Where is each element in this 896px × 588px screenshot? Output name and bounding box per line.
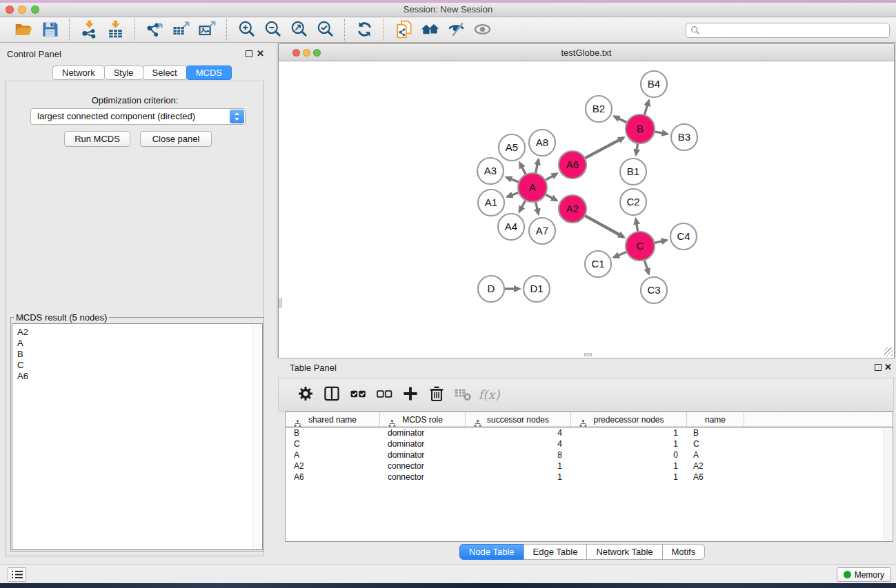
float-panel-icon[interactable] xyxy=(246,50,252,57)
node-A7[interactable]: A7 xyxy=(529,218,555,244)
mcds-result-item[interactable]: B xyxy=(17,349,262,360)
unselect-all-columns-button[interactable] xyxy=(371,383,397,407)
mcds-result-item[interactable]: C xyxy=(17,360,262,371)
network-zoom-button[interactable] xyxy=(313,49,321,57)
node-D1[interactable]: D1 xyxy=(524,276,550,302)
optimization-criterion-select[interactable]: largest connected component (directed) xyxy=(30,108,246,125)
tab-mcds[interactable]: MCDS xyxy=(186,65,232,80)
tab-motifs[interactable]: Motifs xyxy=(662,544,706,560)
network-window-titlebar[interactable]: testGlobe.txt xyxy=(279,44,894,61)
edge-C-C1[interactable] xyxy=(614,252,627,257)
edge-A-A1[interactable] xyxy=(507,192,519,196)
node-C[interactable]: C xyxy=(626,232,655,261)
node-C2[interactable]: C2 xyxy=(620,189,646,215)
edge-A-A8[interactable] xyxy=(535,159,538,173)
column-header-name[interactable]: name xyxy=(687,412,744,427)
node-A1[interactable]: A1 xyxy=(478,190,504,216)
edge-C-C4[interactable] xyxy=(654,240,666,243)
table-row[interactable]: Bdominator41B xyxy=(286,427,893,438)
status-menu-button[interactable] xyxy=(8,567,26,582)
edge-A-A4[interactable] xyxy=(519,200,526,212)
delete-column-button[interactable] xyxy=(424,383,450,407)
tab-node-table[interactable]: Node Table xyxy=(459,544,524,560)
column-header-shared-name[interactable]: shared name xyxy=(286,412,380,427)
delete-table-button[interactable] xyxy=(450,383,476,407)
edge-A-A5[interactable] xyxy=(519,163,526,174)
run-mcds-button[interactable]: Run MCDS xyxy=(64,131,130,147)
window-edge-handle[interactable] xyxy=(279,298,282,307)
edge-A-A2[interactable] xyxy=(546,194,557,201)
window-resize-grip[interactable] xyxy=(884,347,893,356)
mcds-result-item[interactable]: A2 xyxy=(17,327,262,338)
node-C1[interactable]: C1 xyxy=(585,251,611,277)
hide-graphics-details-button[interactable] xyxy=(443,19,469,41)
refresh-view-button[interactable] xyxy=(351,19,377,41)
network-close-button[interactable] xyxy=(292,49,300,57)
tab-network-table[interactable]: Network Table xyxy=(586,544,662,560)
fx-function-button[interactable]: f(x) xyxy=(476,383,502,407)
zoom-window-button[interactable] xyxy=(31,6,39,14)
import-network-button[interactable] xyxy=(76,19,102,41)
table-row[interactable]: Adominator80A xyxy=(286,449,893,460)
export-table-button[interactable] xyxy=(168,19,194,41)
node-C4[interactable]: C4 xyxy=(670,223,697,250)
tab-edge-table[interactable]: Edge Table xyxy=(524,544,588,560)
close-window-button[interactable] xyxy=(6,6,14,14)
edge-A-A6[interactable] xyxy=(545,174,557,181)
import-table-button[interactable] xyxy=(102,19,128,41)
node-C3[interactable]: C3 xyxy=(641,277,667,303)
close-panel-icon[interactable]: ✕ xyxy=(257,50,264,58)
search-input[interactable] xyxy=(686,23,890,38)
node-A6[interactable]: A6 xyxy=(559,151,586,179)
float-table-panel-icon[interactable] xyxy=(875,364,882,371)
node-B1[interactable]: B1 xyxy=(620,159,646,185)
window-edge-handle[interactable] xyxy=(584,353,592,356)
edge-B-B4[interactable] xyxy=(644,101,648,115)
table-row[interactable]: Cdominator41C xyxy=(286,438,893,449)
column-header-successor-nodes[interactable]: successor nodes xyxy=(466,412,571,427)
table-row[interactable]: A6connector11A6 xyxy=(286,472,893,483)
add-column-button[interactable] xyxy=(397,383,424,407)
node-A8[interactable]: A8 xyxy=(529,130,555,156)
node-A[interactable]: A xyxy=(518,173,547,202)
table-scrollbar[interactable] xyxy=(884,428,892,540)
save-session-button[interactable] xyxy=(37,19,63,41)
export-network-button[interactable] xyxy=(141,19,168,41)
edge-A-A3[interactable] xyxy=(506,177,519,182)
select-all-columns-button[interactable] xyxy=(345,383,371,407)
show-graphics-details-button[interactable] xyxy=(469,19,495,41)
node-A3[interactable]: A3 xyxy=(477,158,504,184)
edge-A-A7[interactable] xyxy=(536,201,539,214)
mcds-result-item[interactable]: A xyxy=(17,338,262,349)
network-canvas[interactable]: AA1A3A5A8A6A4A7A2BB2B4B3B1CC2C4C1C3DD1 xyxy=(279,62,894,358)
close-panel-button[interactable]: Close panel xyxy=(140,131,212,147)
edge-B-B1[interactable] xyxy=(636,143,638,155)
close-table-panel-icon[interactable]: ✕ xyxy=(884,363,892,372)
memory-button[interactable]: Memory xyxy=(837,567,891,582)
node-A4[interactable]: A4 xyxy=(498,214,524,240)
reset-home-button[interactable] xyxy=(417,19,443,41)
clone-network-button[interactable] xyxy=(390,19,417,41)
minimize-window-button[interactable] xyxy=(18,6,26,14)
edge-C-C2[interactable] xyxy=(636,219,638,232)
tab-network[interactable]: Network xyxy=(52,65,105,80)
zoom-out-button[interactable] xyxy=(259,19,286,41)
open-session-button[interactable] xyxy=(10,19,37,41)
edge-A6-B[interactable] xyxy=(585,138,624,159)
tab-select[interactable]: Select xyxy=(143,65,187,80)
node-A5[interactable]: A5 xyxy=(499,134,525,161)
network-minimize-button[interactable] xyxy=(303,49,310,57)
zoom-in-button[interactable] xyxy=(233,19,259,41)
column-header-predecessor-nodes[interactable]: predecessor nodes xyxy=(571,412,687,427)
zoom-selected-button[interactable] xyxy=(312,19,338,41)
node-B[interactable]: B xyxy=(626,114,655,143)
node-A2[interactable]: A2 xyxy=(559,195,586,223)
column-header-MCDS-role[interactable]: MCDS role xyxy=(380,412,466,427)
edge-B-B2[interactable] xyxy=(615,116,628,123)
mcds-result-item[interactable]: A6 xyxy=(17,371,262,382)
edge-A2-C[interactable] xyxy=(585,216,624,237)
node-D[interactable]: D xyxy=(478,276,504,302)
export-image-button[interactable] xyxy=(194,19,220,41)
node-B2[interactable]: B2 xyxy=(586,96,612,122)
edge-C-C3[interactable] xyxy=(644,260,648,274)
